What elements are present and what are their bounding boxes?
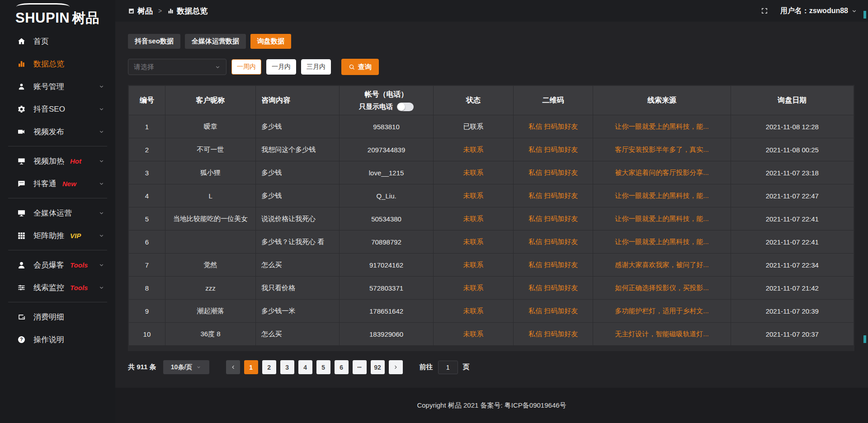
page-size-select[interactable]: 10条/页 [163,360,209,374]
sidebar-item-data-overview[interactable]: 数据总览 [0,52,115,75]
status-badge: 未联系 [463,215,484,222]
cell-nickname: 36度 8 [165,323,256,345]
page-button-4[interactable]: 4 [298,360,312,374]
filter-select-placeholder: 请选择 [134,63,154,71]
cell-qrcode: 私信 扫码加好友 [514,184,593,207]
username-value: zswodun88 [809,7,848,15]
app-root: SHUPIN树品 首页数据总览账号管理抖音SEO视频发布视频加热Hot抖客通Ne… [0,0,868,423]
chevron-down-icon [196,365,201,370]
source-link[interactable]: 多功能护栏灯，适用于乡村文... [615,307,709,315]
table-row: 2不可一世我想问这个多少钱2097344839未联系私信 扫码加好友客厅安装投影… [129,138,854,161]
sidebar-item-media-operation[interactable]: 全媒体运营 [0,202,115,224]
scrollbar-mark-bottom[interactable] [863,335,866,343]
user-menu[interactable]: 用户名：zswodun88 [780,6,857,16]
page-button-6[interactable]: 6 [335,360,349,374]
breadcrumb-root[interactable]: 树品 [137,6,153,16]
qrcode-links[interactable]: 私信 扫码加好友 [528,330,578,338]
sidebar-item-account-manage[interactable]: 账号管理 [0,75,115,98]
page-button-5[interactable]: 5 [316,360,330,374]
time-button-one-month[interactable]: 一月内 [266,59,296,75]
chevron-down-icon [215,64,221,70]
chevron-down-icon [99,106,104,112]
sidebar-item-home[interactable]: 首页 [0,30,115,52]
sliders-icon [17,283,26,292]
qrcode-links[interactable]: 私信 扫码加好友 [528,261,578,268]
time-button-three-months[interactable]: 三月内 [301,59,331,75]
sidebar-item-douketong[interactable]: 抖客通New [0,172,115,195]
qrcode-links[interactable]: 私信 扫码加好友 [528,122,578,130]
sidebar-item-douyin-seo[interactable]: 抖音SEO [0,98,115,120]
sidebar-item-member-baoke[interactable]: 会员爆客Tools [0,254,115,276]
tab-douyin-seo-data[interactable]: 抖音seo数据 [128,34,180,49]
sidebar-item-badge: New [62,180,76,188]
cell-status: 未联系 [434,277,513,299]
status-badge: 未联系 [463,169,484,176]
status-badge: 未联系 [463,238,484,245]
svg-text:?: ? [20,337,23,342]
sidebar-item-label: 矩阵助推 [33,230,64,241]
qrcode-links[interactable]: 私信 扫码加好友 [528,307,578,315]
cell-content: 怎么买 [256,323,339,345]
sidebar-item-video-heat[interactable]: 视频加热Hot [0,150,115,172]
cell-date: 2021-11-07 22:41 [731,230,854,253]
source-link[interactable]: 让你一眼就爱上的黑科技，能... [615,215,709,222]
menu-divider [8,198,107,198]
source-link[interactable]: 客厅安装投影半年多了，真实... [615,146,709,153]
qrcode-links[interactable]: 私信 扫码加好友 [528,215,578,222]
next-page-button[interactable] [389,360,403,374]
cell-content: 多少钱 [256,115,339,138]
cell-account: 70898792 [340,230,433,253]
page-button-92[interactable]: 92 [371,360,385,374]
breadcrumb-current: 数据总览 [177,6,208,16]
source-link[interactable]: 如何正确选择投影仪，买投影... [615,284,709,291]
goto-page-input[interactable] [438,361,458,374]
tab-media-operation-data[interactable]: 全媒体运营数据 [185,34,246,49]
query-button[interactable]: 查询 [341,59,379,75]
prev-page-button[interactable] [226,360,240,374]
page-size-value: 10条/页 [171,363,192,371]
qrcode-links[interactable]: 私信 扫码加好友 [528,146,578,153]
logo[interactable]: SHUPIN树品 [0,0,115,29]
sidebar-item-consume-detail[interactable]: 消费明细 [0,306,115,328]
source-link[interactable]: 让你一眼就爱上的黑科技，能... [615,192,709,199]
qrcode-links[interactable]: 私信 扫码加好友 [528,238,578,245]
goto-label: 前往 [420,363,433,371]
qrcode-links[interactable]: 私信 扫码加好友 [528,169,578,176]
source-link[interactable]: 让你一眼就爱上的黑科技，能... [615,122,709,130]
tab-inquiry-data[interactable]: 询盘数据 [250,34,291,49]
sidebar-item-help[interactable]: ?操作说明 [0,328,115,351]
sidebar-item-video-publish[interactable]: 视频发布 [0,120,115,143]
qrcode-links[interactable]: 私信 扫码加好友 [528,192,578,199]
source-link[interactable]: 被大家追着问的客厅投影分享... [615,169,709,176]
menu-divider [8,146,107,146]
sidebar: SHUPIN树品 首页数据总览账号管理抖音SEO视频发布视频加热Hot抖客通Ne… [0,0,115,423]
column-header-1: 客户昵称 [165,86,256,115]
scrollbar-mark-top[interactable] [863,11,866,19]
cell-id: 7 [129,254,165,276]
sidebar-item-clue-monitor[interactable]: 线索监控Tools [0,276,115,299]
source-link[interactable]: 让你一眼就爱上的黑科技，能... [615,238,709,245]
time-button-one-week[interactable]: 一周内 [231,59,261,75]
sidebar-item-matrix-boost[interactable]: 矩阵助推VIP [0,224,115,247]
pagination: 共 911 条 10条/页 123456•••92 前往 页 [128,360,854,374]
more-pages-button[interactable]: ••• [353,360,367,374]
phone-only-toggle[interactable] [397,103,414,111]
column-header-6: 线索来源 [593,86,730,115]
sidebar-item-label: 消费明细 [33,312,64,322]
page-button-3[interactable]: 3 [280,360,294,374]
fullscreen-icon[interactable] [760,7,769,15]
page-button-1[interactable]: 1 [244,360,258,374]
qrcode-links[interactable]: 私信 扫码加好友 [528,284,578,291]
table-row: 9潮起潮落多少钱一米178651642未联系私信 扫码加好友多功能护栏灯，适用于… [129,300,854,322]
cell-source: 多功能护栏灯，适用于乡村文... [593,300,730,322]
cell-date: 2021-11-07 20:37 [731,323,854,345]
source-link[interactable]: 无主灯设计，智能磁吸轨道灯... [615,330,709,338]
source-link[interactable]: 感谢大家喜欢我家，被问了好... [615,261,709,268]
filter-select[interactable]: 请选择 [128,59,226,75]
cell-content: 我想问这个多少钱 [256,138,339,161]
page-button-2[interactable]: 2 [262,360,276,374]
cell-content: 多少钱？让我死心 看 [256,230,339,253]
total-count: 共 911 条 [128,363,156,371]
cell-id: 10 [129,323,165,345]
menu-divider [8,302,107,302]
